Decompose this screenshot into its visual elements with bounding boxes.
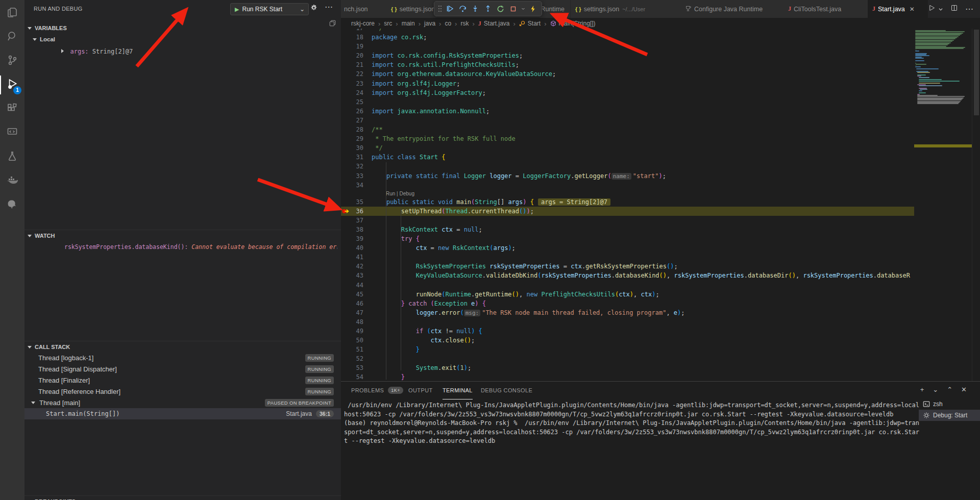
close-icon[interactable]: ✕ (910, 6, 915, 13)
activity-bar-item-docker[interactable] (0, 169, 24, 193)
tab-configure-java-runtime[interactable]: Configure Java Runtime (680, 0, 784, 18)
watch-section-header[interactable]: WATCH (24, 230, 341, 241)
panel-tab-debug-console[interactable]: DEBUG CONSOLE (481, 382, 532, 399)
breadcrumb-item-main-string-[interactable]: main(String[]) (550, 20, 596, 27)
terminal-session-debug-start[interactable]: Debug: Start (919, 410, 980, 421)
breadcrumb-item-main[interactable]: main (402, 20, 415, 27)
line-number[interactable]: 24 (341, 88, 363, 97)
line-number[interactable]: 20 (341, 51, 363, 60)
tab-clitoolstest-java[interactable]: JCliToolsTest.java (783, 0, 868, 18)
breadcrumb-item-java[interactable]: java (424, 20, 435, 27)
line-number[interactable]: 32 (341, 162, 363, 171)
line-number[interactable]: 18 (341, 33, 363, 42)
breadcrumb-item-co[interactable]: co (445, 20, 451, 27)
call-stack-thread-row[interactable]: Thread [main]PAUSED ON BREAKPOINT (24, 397, 341, 408)
line-number[interactable]: 46 (341, 299, 363, 308)
call-stack-thread-row[interactable]: Thread [Finalizer]RUNNING (24, 374, 341, 386)
step-into-button[interactable] (469, 2, 482, 15)
split-editor-button[interactable] (950, 4, 958, 14)
activity-bar-item-search[interactable] (0, 25, 24, 49)
panel-tab-problems[interactable]: PROBLEMS1K+ (351, 382, 403, 399)
line-number[interactable]: 54 (341, 372, 363, 381)
call-stack-section-header[interactable]: CALL STACK (24, 341, 341, 353)
breadcrumb-item-rskj-core[interactable]: rskj-core (351, 20, 375, 27)
line-number[interactable]: 40 (341, 243, 363, 253)
more-editor-actions[interactable]: ⋯ (965, 4, 974, 14)
drag-handle[interactable] (436, 2, 444, 15)
stop-button[interactable] (507, 2, 520, 15)
line-number[interactable]: 41 (341, 253, 363, 262)
line-number[interactable]: 25 (341, 97, 363, 107)
step-over-button[interactable] (456, 2, 469, 15)
line-number[interactable]: 23 (341, 79, 363, 88)
line-number[interactable]: 52 (341, 354, 363, 363)
gear-icon[interactable] (310, 4, 317, 14)
call-stack-frame-row[interactable]: Start.main(String[])Start.java36:1 (24, 408, 341, 419)
activity-bar-item-remote-explorer[interactable] (0, 121, 24, 145)
line-number[interactable]: 35 (341, 197, 363, 207)
line-number[interactable]: 49 (341, 327, 363, 336)
breadcrumb-item-start-java[interactable]: JStart.java (478, 20, 510, 28)
line-number[interactable]: 37 (341, 216, 363, 225)
line-number[interactable]: 30 (341, 143, 363, 153)
breadcrumb-item-src[interactable]: src (384, 20, 392, 27)
line-number[interactable]: 31 (341, 153, 363, 162)
breadcrumb-item-rsk[interactable]: rsk (460, 20, 469, 27)
panel-tab-output[interactable]: OUTPUT (408, 382, 433, 399)
maximize-panel-button[interactable]: ⌃ (947, 386, 952, 393)
line-number[interactable]: 28 (341, 125, 363, 134)
run-file-button[interactable] (928, 4, 936, 14)
stop-dropdown[interactable] (520, 2, 527, 15)
code-editor[interactable]: 17 */18package co.rsk;1920import co.rsk.… (341, 29, 914, 381)
line-number[interactable]: 29 (341, 134, 363, 143)
continue-button[interactable] (444, 2, 456, 15)
line-number[interactable]: 33 (341, 171, 363, 181)
line-number[interactable]: 44 (341, 281, 363, 290)
panel-tab-terminal[interactable]: TERMINAL (443, 382, 473, 399)
activity-bar-item-postgresql[interactable] (0, 193, 24, 217)
breadcrumb[interactable]: rskj-core›src›main›java›co›rsk›JStart.ja… (341, 18, 980, 29)
line-number[interactable]: 26 (341, 107, 363, 116)
line-number[interactable]: 27 (341, 116, 363, 125)
launch-config-dropdown[interactable]: ▶ Run RSK Start ⌄ (230, 3, 309, 15)
line-number[interactable]: 47 (341, 308, 363, 317)
line-number[interactable]: 43 (341, 271, 363, 280)
variables-section-header[interactable]: VARIABLES (24, 22, 341, 34)
line-number[interactable]: 21 (341, 60, 363, 69)
views-more-actions-icon[interactable]: ⋯ (325, 2, 333, 12)
step-out-button[interactable] (482, 2, 495, 15)
activity-bar-item-extensions[interactable] (0, 97, 24, 121)
line-number[interactable]: 22 (341, 69, 363, 79)
activity-bar-item-run-and-debug[interactable]: 1 (0, 73, 24, 97)
tab-settings-json[interactable]: { }settings.json~/.../User (571, 0, 680, 18)
activity-bar-item-testing[interactable] (0, 145, 24, 169)
restart-button[interactable] (494, 2, 507, 15)
start-debug-icon[interactable]: ▶ (235, 6, 239, 13)
tab-start-java[interactable]: JStart.java✕ (868, 0, 928, 18)
line-number[interactable]: 39 (341, 234, 363, 243)
call-stack-thread-row[interactable]: Thread [logback-1]RUNNING (24, 352, 341, 363)
line-number[interactable]: 50 (341, 336, 363, 345)
call-stack-thread-row[interactable]: Thread [Signal Dispatcher]RUNNING (24, 363, 341, 374)
editor-scrollbar[interactable] (972, 29, 980, 381)
line-number[interactable]: 51 (341, 345, 363, 354)
variable-row-args[interactable]: args: String[2]@7 (61, 46, 133, 56)
breakpoints-section-header[interactable]: BREAKPOINTS (24, 495, 341, 500)
activity-bar-item-source-control[interactable] (0, 49, 24, 73)
line-number[interactable]: 17 (341, 29, 363, 33)
line-number[interactable]: 38 (341, 225, 363, 234)
terminal-session-zsh[interactable]: zsh (919, 398, 980, 410)
line-number[interactable]: 34 (341, 181, 363, 190)
line-number[interactable]: 45 (341, 290, 363, 299)
chevron-down-icon[interactable]: ⌄ (300, 6, 305, 13)
codelens-run-debug[interactable]: Run | Debug (341, 190, 914, 197)
line-number[interactable]: 42 (341, 262, 363, 271)
watch-expression-row[interactable]: rskSystemProperties.databaseKind(): Cann… (64, 243, 337, 251)
line-number[interactable]: 19 (341, 42, 363, 51)
close-panel-button[interactable]: ✕ (961, 386, 967, 393)
terminal-output[interactable]: /usr/bin/env /Library/Internet\ Plug-Ins… (344, 401, 916, 446)
paused-breakpoint-icon[interactable] (342, 208, 350, 215)
line-number[interactable]: 53 (341, 363, 363, 372)
variables-scope-local[interactable]: Local (30, 34, 346, 45)
minimap[interactable] (914, 29, 972, 381)
